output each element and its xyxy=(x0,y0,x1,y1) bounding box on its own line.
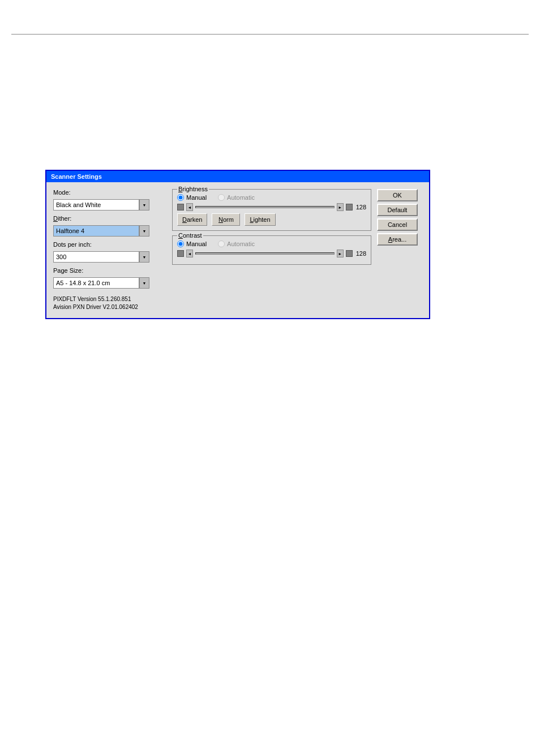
contrast-slider-arrow-left[interactable]: ◄ xyxy=(186,250,193,257)
mode-dropdown-group: ▼ xyxy=(53,199,166,211)
brightness-auto-radio[interactable] xyxy=(218,194,225,201)
brightness-manual-radio[interactable] xyxy=(177,194,184,201)
ok-button[interactable]: OK xyxy=(377,189,418,201)
page-size-dropdown-btn[interactable]: ▼ xyxy=(139,277,149,289)
top-divider xyxy=(11,34,529,35)
version-line1: PIXDFLT Version 55.1.260.851 xyxy=(53,295,166,303)
dpi-label: Dots per inch: xyxy=(53,241,166,248)
brightness-radio-row: Manual Automatic xyxy=(177,194,366,201)
contrast-group: Contrast Manual Automatic xyxy=(172,235,371,265)
mode-label: Mode: xyxy=(53,189,166,196)
lighten-button[interactable]: Lighten xyxy=(245,213,275,226)
norm-button[interactable]: Norm xyxy=(212,213,240,226)
brightness-slider-value: 128 xyxy=(356,204,366,211)
scanner-settings-dialog: Scanner Settings Mode: ▼ Dither: ▼ xyxy=(45,170,430,319)
contrast-manual-radio[interactable] xyxy=(177,240,184,247)
dialog-title: Scanner Settings xyxy=(51,173,102,180)
right-panel: OK Default Cancel Area... xyxy=(377,189,422,311)
brightness-slider-right-box xyxy=(346,204,353,211)
dither-dropdown-btn[interactable]: ▼ xyxy=(139,225,149,237)
brightness-buttons-row: Darken Norm Lighten xyxy=(177,213,366,226)
contrast-slider-value: 128 xyxy=(356,250,366,257)
contrast-auto-label: Automatic xyxy=(227,240,255,247)
dpi-input[interactable] xyxy=(53,251,139,263)
dither-dropdown-group: ▼ xyxy=(53,225,166,237)
brightness-slider-row: ◄ ► 128 xyxy=(177,203,366,211)
brightness-title: Brightness xyxy=(177,186,209,192)
mode-input[interactable] xyxy=(53,199,139,211)
contrast-auto-item: Automatic xyxy=(218,240,255,247)
contrast-slider-track[interactable] xyxy=(195,252,335,255)
middle-panel: Brightness Manual Automatic xyxy=(172,189,371,311)
page-size-input[interactable] xyxy=(53,277,139,289)
dpi-dropdown-group: ▼ xyxy=(53,251,166,263)
dither-label: Dither: xyxy=(53,215,166,222)
contrast-slider-row: ◄ ► 128 xyxy=(177,250,366,257)
contrast-manual-label: Manual xyxy=(186,240,207,247)
mode-dropdown-btn[interactable]: ▼ xyxy=(139,199,149,211)
brightness-manual-item: Manual xyxy=(177,194,207,201)
contrast-auto-radio[interactable] xyxy=(218,240,225,247)
contrast-manual-item: Manual xyxy=(177,240,207,247)
contrast-slider-left-box xyxy=(177,250,184,257)
version-info: PIXDFLT Version 55.1.260.851 Avision PXN… xyxy=(53,295,166,311)
default-button[interactable]: Default xyxy=(377,204,418,216)
contrast-slider-right-box xyxy=(346,250,353,257)
page-size-dropdown-group: ▼ xyxy=(53,277,166,289)
contrast-title: Contrast xyxy=(177,232,203,239)
brightness-auto-item: Automatic xyxy=(218,194,255,201)
page-size-label: Page Size: xyxy=(53,267,166,274)
dialog-body: Mode: ▼ Dither: ▼ Dots per inch: xyxy=(46,182,429,318)
version-line2: Avision PXN Driver V2.01.062402 xyxy=(53,303,166,311)
contrast-slider-arrow-right[interactable]: ► xyxy=(337,250,344,257)
brightness-slider-arrow-right[interactable]: ► xyxy=(337,203,344,211)
brightness-slider-left-box xyxy=(177,204,184,211)
dither-input[interactable] xyxy=(53,225,139,237)
brightness-slider-track[interactable] xyxy=(195,206,335,208)
page-content: Scanner Settings Mode: ▼ Dither: ▼ xyxy=(0,0,540,756)
dpi-dropdown-btn[interactable]: ▼ xyxy=(139,251,149,263)
dialog-titlebar: Scanner Settings xyxy=(46,171,429,182)
darken-button[interactable]: Darken xyxy=(177,213,207,226)
brightness-manual-label: Manual xyxy=(186,194,207,201)
area-button[interactable]: Area... xyxy=(377,233,418,246)
left-panel: Mode: ▼ Dither: ▼ Dots per inch: xyxy=(53,189,166,311)
brightness-slider-arrow-left[interactable]: ◄ xyxy=(186,203,193,211)
brightness-auto-label: Automatic xyxy=(227,194,255,201)
cancel-button[interactable]: Cancel xyxy=(377,218,418,231)
brightness-group: Brightness Manual Automatic xyxy=(172,189,371,231)
contrast-radio-row: Manual Automatic xyxy=(177,240,366,247)
